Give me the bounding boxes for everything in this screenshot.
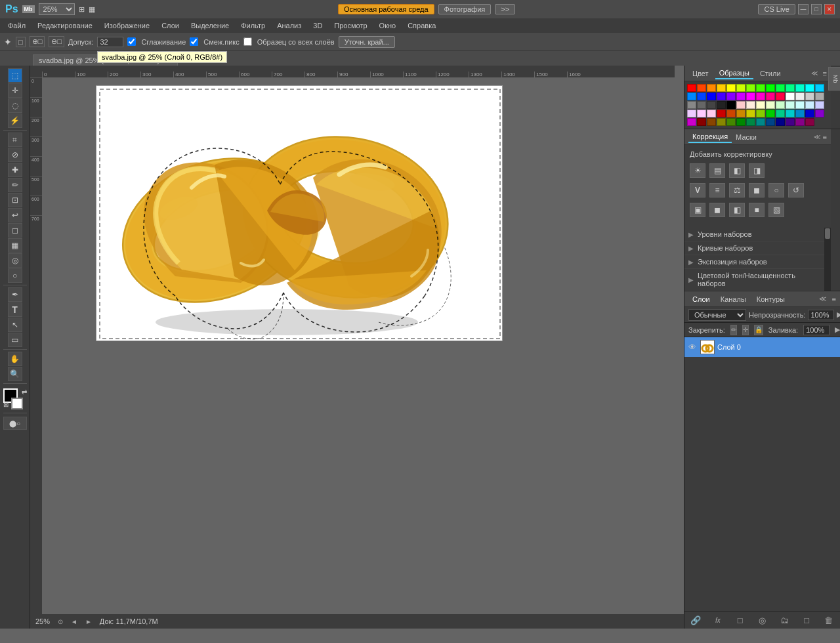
add-style-btn[interactable]: fx bbox=[711, 614, 724, 627]
swatch[interactable] bbox=[736, 110, 746, 117]
nav-left-btn[interactable]: ◄ bbox=[71, 618, 77, 625]
layers-menu-btn[interactable]: ≡ bbox=[832, 295, 836, 303]
tool-stamp[interactable]: ⊡ bbox=[8, 193, 22, 207]
adj-selective-icon[interactable]: ■ bbox=[749, 203, 765, 217]
layers-collapse-btn[interactable]: ≪ bbox=[819, 295, 827, 303]
tool-text[interactable]: T bbox=[8, 302, 22, 317]
adj-collapse-btn[interactable]: ≪ bbox=[814, 133, 820, 140]
tool-eyedropper[interactable]: ⊘ bbox=[8, 148, 22, 162]
swatch[interactable] bbox=[717, 101, 726, 109]
tool-path-select[interactable]: ↖ bbox=[8, 318, 22, 332]
adj-scrollbar[interactable] bbox=[824, 228, 831, 291]
menu-file[interactable]: Файл bbox=[3, 20, 31, 31]
tool-dodge[interactable]: ○ bbox=[8, 268, 22, 283]
adj-menu-btn[interactable]: ≡ bbox=[823, 133, 827, 141]
swatch[interactable] bbox=[756, 101, 765, 109]
swatch[interactable] bbox=[707, 84, 716, 92]
swatch[interactable] bbox=[687, 110, 696, 117]
adj-vibrance-icon[interactable]: V bbox=[690, 183, 705, 197]
swatch[interactable] bbox=[717, 118, 726, 126]
adj-item-exposure[interactable]: ▶ Экспозиция наборов bbox=[684, 255, 824, 269]
menu-analyze[interactable]: Анализ bbox=[272, 20, 306, 31]
adj-curves-icon[interactable]: ◧ bbox=[729, 163, 745, 178]
adj-item-curves[interactable]: ▶ Кривые наборов bbox=[684, 241, 824, 255]
cslive-button[interactable]: CS Live bbox=[758, 4, 795, 14]
swatch[interactable] bbox=[746, 84, 755, 92]
menu-edit[interactable]: Редактирование bbox=[32, 20, 98, 31]
swatch[interactable] bbox=[766, 84, 775, 92]
swatch[interactable] bbox=[717, 84, 726, 92]
nav-right-btn[interactable]: ► bbox=[85, 618, 92, 625]
view-icon[interactable]: ▦ bbox=[89, 5, 95, 14]
swatch[interactable] bbox=[815, 93, 824, 100]
menu-filter[interactable]: Фильтр bbox=[236, 20, 270, 31]
new-group-btn[interactable]: 🗂 bbox=[778, 614, 791, 627]
tool-marquee[interactable]: ⬚ bbox=[8, 68, 22, 83]
aa-checkbox[interactable] bbox=[127, 37, 136, 46]
swatch[interactable] bbox=[736, 101, 746, 109]
swatch[interactable] bbox=[746, 118, 755, 126]
swatch[interactable] bbox=[766, 118, 775, 126]
swatch[interactable] bbox=[697, 101, 706, 109]
swatch[interactable] bbox=[736, 118, 746, 126]
color-default-btn[interactable]: ⊠ bbox=[3, 401, 9, 408]
workspace-button[interactable]: Основная рабочая среда bbox=[338, 4, 434, 14]
swatch[interactable] bbox=[707, 118, 716, 126]
tab-paths[interactable]: Контуры bbox=[753, 294, 789, 304]
lock-move-btn[interactable]: ✛ bbox=[742, 325, 749, 335]
swatch[interactable] bbox=[786, 93, 795, 100]
sample-all-checkbox[interactable] bbox=[243, 37, 252, 46]
tab-layers[interactable]: Слои bbox=[688, 294, 714, 304]
lock-pixels-btn[interactable]: ✏ bbox=[730, 325, 737, 335]
panel-collapse-btn[interactable]: ≪ bbox=[811, 70, 818, 77]
swatch[interactable] bbox=[726, 101, 736, 109]
tab-styles[interactable]: Стили bbox=[756, 68, 785, 79]
new-layer-btn[interactable]: □ bbox=[800, 614, 813, 627]
swatch[interactable] bbox=[756, 110, 765, 117]
swatch[interactable] bbox=[776, 110, 785, 117]
swatch[interactable] bbox=[726, 93, 736, 100]
swatch[interactable] bbox=[736, 84, 746, 92]
tool-history-brush[interactable]: ↩ bbox=[8, 208, 22, 222]
tool-heal[interactable]: ✚ bbox=[8, 163, 22, 177]
swatch[interactable] bbox=[756, 93, 765, 100]
swatch[interactable] bbox=[795, 118, 805, 126]
link-layers-btn[interactable]: 🔗 bbox=[689, 614, 702, 627]
swatch[interactable] bbox=[726, 110, 736, 117]
adj-mixer-icon[interactable]: ↺ bbox=[788, 183, 804, 197]
menu-layers[interactable]: Слои bbox=[156, 20, 184, 31]
swatch[interactable] bbox=[786, 84, 795, 92]
swatch[interactable] bbox=[815, 101, 824, 109]
tab-color[interactable]: Цвет bbox=[688, 68, 713, 79]
adj-bw-icon[interactable]: ◼ bbox=[749, 183, 765, 197]
feather-input[interactable] bbox=[97, 37, 123, 47]
adj-photo-icon[interactable]: ○ bbox=[768, 183, 784, 197]
adj-levels-icon[interactable]: ▤ bbox=[709, 163, 725, 178]
adj-item-hsl[interactable]: ▶ Цветовой тон/Насыщенность наборов bbox=[684, 269, 824, 291]
tool-brush[interactable]: ✏ bbox=[8, 178, 22, 192]
swatch[interactable] bbox=[805, 118, 814, 126]
photography-button[interactable]: Фотография bbox=[438, 4, 492, 14]
swatch[interactable] bbox=[766, 93, 775, 100]
add-mask-btn[interactable]: □ bbox=[734, 614, 747, 627]
quick-mask-btn[interactable]: ⬤○ bbox=[3, 417, 27, 430]
zoom-select[interactable]: 25% 50% 100% bbox=[39, 3, 75, 15]
tool-lasso[interactable]: ◌ bbox=[8, 98, 22, 113]
adj-invert-icon[interactable]: ▧ bbox=[768, 203, 784, 217]
tool-crop[interactable]: ⌗ bbox=[8, 133, 22, 147]
tab-masks[interactable]: Маски bbox=[732, 132, 761, 142]
swatch[interactable] bbox=[795, 93, 805, 100]
tool-options-icon[interactable]: ✦ bbox=[4, 37, 12, 47]
swatch[interactable] bbox=[717, 93, 726, 100]
lock-all-btn[interactable]: 🔒 bbox=[754, 325, 763, 335]
opacity-arrow[interactable]: ▶ bbox=[837, 310, 840, 319]
subtract-selection-btn[interactable]: ⊖□ bbox=[49, 36, 64, 47]
more-button[interactable]: >> bbox=[495, 4, 515, 14]
tool-gradient[interactable]: ▦ bbox=[8, 238, 22, 253]
adj-item-levels[interactable]: ▶ Уровни наборов bbox=[684, 228, 824, 241]
swatch[interactable] bbox=[746, 93, 755, 100]
layer-row-0[interactable]: 👁 Слой 0 bbox=[684, 337, 840, 357]
adj-exposure-icon[interactable]: ◨ bbox=[749, 163, 765, 178]
fill-input[interactable] bbox=[803, 325, 830, 335]
swatch[interactable] bbox=[697, 93, 706, 100]
